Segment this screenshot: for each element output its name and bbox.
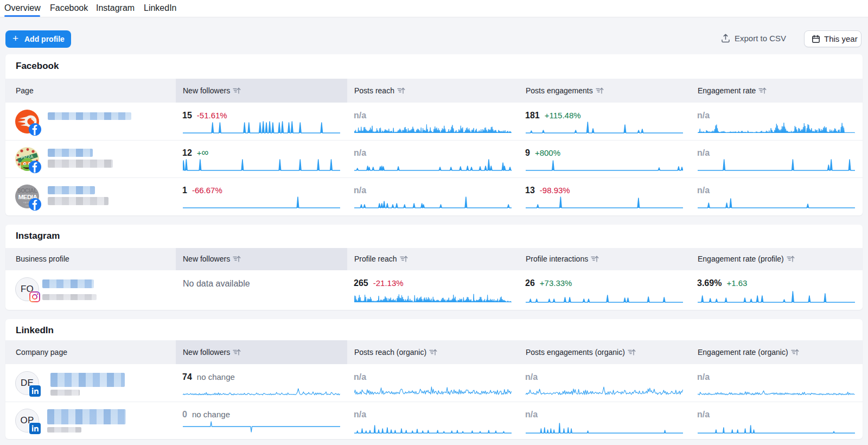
svg-text:SOCIAL: SOCIAL [17,187,38,194]
svg-text:▪●▪▪: ▪●▪▪ [23,200,29,204]
